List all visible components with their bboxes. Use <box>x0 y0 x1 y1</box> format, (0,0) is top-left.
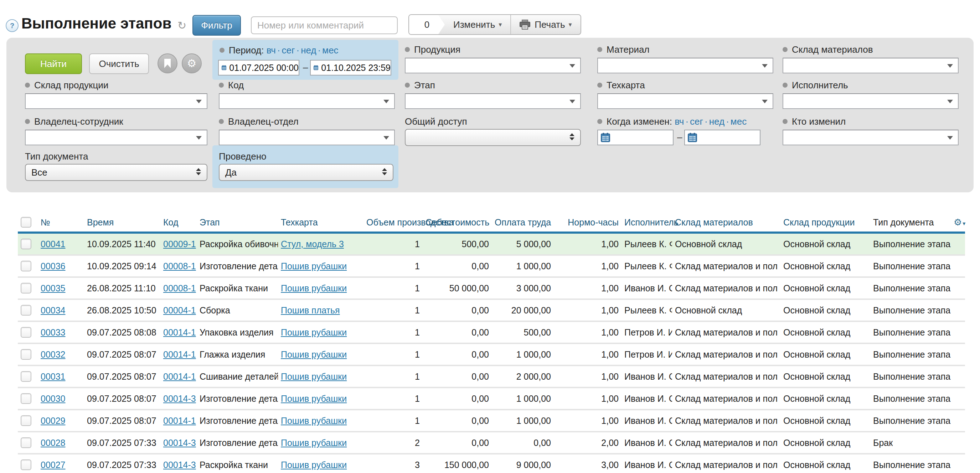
find-button[interactable]: Найти <box>25 54 82 74</box>
num-link[interactable]: 00032 <box>41 349 65 359</box>
code-link[interactable]: 00008-1 <box>163 283 196 293</box>
column-settings-gear-icon[interactable]: ⚙▾ <box>954 217 966 228</box>
code-link[interactable]: 00014-1 <box>163 349 196 359</box>
num-link[interactable]: 00031 <box>41 371 65 381</box>
num-link[interactable]: 00029 <box>41 416 65 425</box>
edit-button[interactable]: Изменить ▾ <box>445 15 510 34</box>
code-link[interactable]: 00014-1 <box>163 327 196 337</box>
when-changed-shortcut-today[interactable]: сег <box>690 116 703 127</box>
code-link[interactable]: 00014-3 <box>163 394 196 403</box>
techcard-link[interactable]: Стул, модель 3 <box>281 239 344 249</box>
column-header-cost[interactable]: Себестоимость <box>423 213 492 233</box>
column-header-hours[interactable]: Нормо-часы <box>554 213 622 233</box>
techcard-link[interactable]: Пошив рубашки <box>281 416 347 425</box>
code-combobox[interactable] <box>219 93 395 109</box>
row-checkbox[interactable] <box>21 261 31 271</box>
techcard-link[interactable]: Пошив рубашки <box>281 261 347 271</box>
techcard-link[interactable]: Пошив платья <box>281 305 340 315</box>
period-shortcut-yesterday[interactable]: вч <box>267 45 276 56</box>
cell-code[interactable]: 00014-3 <box>161 387 197 410</box>
code-link[interactable]: 00014-3 <box>163 438 196 448</box>
num-link[interactable]: 00036 <box>41 261 65 271</box>
owner-dept-combobox[interactable] <box>219 130 395 145</box>
cell-code[interactable]: 00014-3 <box>161 454 197 473</box>
cell-num[interactable]: 00036 <box>38 255 84 277</box>
cell-code[interactable]: 00014-1 <box>161 343 197 365</box>
period-shortcut-month[interactable]: мес <box>322 45 338 56</box>
select-all-checkbox[interactable] <box>21 217 31 228</box>
when-changed-from-input[interactable] <box>597 130 673 145</box>
clear-button[interactable]: Очистить <box>89 54 149 74</box>
row-checkbox[interactable] <box>21 349 31 360</box>
search-input[interactable] <box>251 16 398 34</box>
num-link[interactable]: 00033 <box>41 327 65 337</box>
code-link[interactable]: 00014-1 <box>163 416 196 425</box>
column-header-code[interactable]: Код <box>161 213 197 233</box>
cell-num[interactable]: 00029 <box>38 410 84 432</box>
cell-techcard[interactable]: Пошив рубашки <box>278 454 363 473</box>
code-link[interactable]: 00009-1 <box>163 239 196 249</box>
row-checkbox[interactable] <box>21 415 31 426</box>
shared-access-select[interactable] <box>405 129 581 146</box>
print-button[interactable]: Печать ▾ <box>510 15 580 34</box>
cell-code[interactable]: 00004-1 <box>161 299 197 321</box>
when-changed-shortcut-month[interactable]: мес <box>730 116 746 127</box>
cell-num[interactable]: 00034 <box>38 299 84 321</box>
code-link[interactable]: 00014-3 <box>163 460 196 470</box>
row-checkbox[interactable] <box>21 371 31 382</box>
help-icon[interactable]: ? <box>6 19 19 32</box>
num-link[interactable]: 00035 <box>41 283 65 293</box>
num-link[interactable]: 00028 <box>41 438 65 448</box>
row-checkbox[interactable] <box>21 393 31 404</box>
who-changed-combobox[interactable] <box>783 130 959 145</box>
num-link[interactable]: 00030 <box>41 394 65 403</box>
cell-num[interactable]: 00032 <box>38 343 84 365</box>
period-from-input[interactable]: 01.07.2025 00:00 <box>218 60 299 76</box>
column-header-mat_store[interactable]: Склад материалов <box>672 213 780 233</box>
cell-num[interactable]: 00028 <box>38 432 84 454</box>
filter-settings-button[interactable]: ⚙ <box>182 54 202 73</box>
posted-select[interactable]: Да <box>219 164 393 181</box>
techcard-link[interactable]: Пошив рубашки <box>281 394 347 403</box>
cell-techcard[interactable]: Пошив рубашки <box>278 321 363 343</box>
row-checkbox[interactable] <box>21 327 31 338</box>
when-changed-to-input[interactable] <box>684 130 760 145</box>
column-header-volume[interactable]: Объем производства <box>363 213 423 233</box>
row-checkbox[interactable] <box>21 283 31 294</box>
column-header-num[interactable]: № <box>38 213 84 233</box>
cell-code[interactable]: 00014-1 <box>161 365 197 387</box>
period-to-input[interactable]: 01.10.2025 23:59 <box>310 60 391 76</box>
column-header-pay[interactable]: Оплата труда <box>492 213 554 233</box>
owner-employee-combobox[interactable] <box>25 130 207 145</box>
cell-techcard[interactable]: Пошив рубашки <box>278 277 363 299</box>
when-changed-shortcut-week[interactable]: нед <box>709 116 724 127</box>
cell-code[interactable]: 00008-1 <box>161 277 197 299</box>
save-filter-button[interactable] <box>158 54 177 73</box>
cell-techcard[interactable]: Пошив рубашки <box>278 365 363 387</box>
cell-techcard[interactable]: Пошив рубашки <box>278 343 363 365</box>
cell-num[interactable]: 00031 <box>38 365 84 387</box>
filter-button[interactable]: Фильтр <box>192 15 241 36</box>
row-checkbox[interactable] <box>21 239 31 249</box>
techcard-link[interactable]: Пошив рубашки <box>281 283 347 293</box>
product-combobox[interactable] <box>405 58 581 73</box>
cell-techcard[interactable]: Пошив рубашки <box>278 387 363 410</box>
cell-code[interactable]: 00009-1 <box>161 233 197 255</box>
column-header-techcard[interactable]: Техкарта <box>278 213 363 233</box>
num-link[interactable]: 00041 <box>41 239 65 249</box>
material-combobox[interactable] <box>597 58 773 73</box>
techcard-link[interactable]: Пошив рубашки <box>281 371 347 381</box>
cell-code[interactable]: 00008-1 <box>161 255 197 277</box>
refresh-icon[interactable]: ↻ <box>177 19 186 32</box>
techcard-link[interactable]: Пошив рубашки <box>281 438 347 448</box>
column-header-time[interactable]: Время <box>84 213 161 233</box>
cell-num[interactable]: 00035 <box>38 277 84 299</box>
cell-code[interactable]: 00014-1 <box>161 321 197 343</box>
techcard-combobox[interactable] <box>597 93 773 109</box>
code-link[interactable]: 00008-1 <box>163 261 196 271</box>
cell-code[interactable]: 00014-1 <box>161 410 197 432</box>
techcard-link[interactable]: Пошив рубашки <box>281 327 347 337</box>
column-header-executor[interactable]: Исполнитель <box>622 213 672 233</box>
period-shortcut-today[interactable]: сег <box>282 45 295 56</box>
cell-num[interactable]: 00027 <box>38 454 84 473</box>
